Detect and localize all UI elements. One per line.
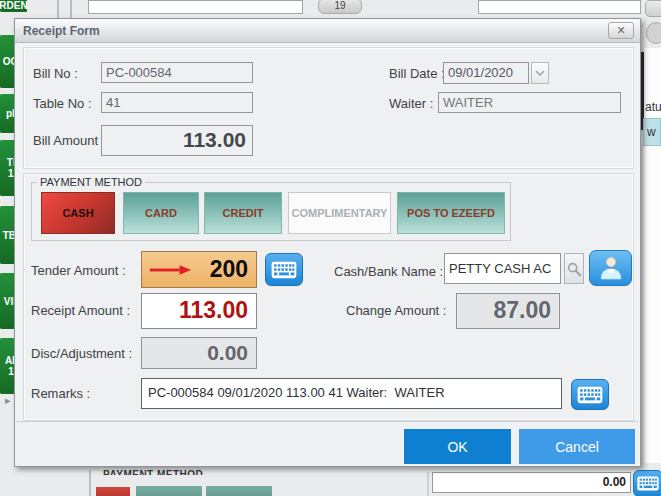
bg-text-field (88, 0, 303, 14)
bg-status-header: atu (645, 100, 661, 114)
ok-button[interactable]: OK (404, 429, 511, 464)
bill-date-label: Bill Date : (389, 66, 445, 81)
payment-pos-ezeefd-button[interactable]: POS TO EZEEFD (397, 192, 505, 234)
payment-method-group-label: PAYMENT METHOD (37, 176, 145, 188)
table-no-field: 41 (101, 92, 253, 113)
bg-amount-field: 0.00 (432, 472, 631, 493)
bg-status-cell: w (643, 118, 661, 146)
change-amount-field: 87.00 (456, 293, 560, 329)
receipt-form-dialog: Receipt Form ✕ Bill No : PC-000584 Bill … (14, 18, 641, 467)
scroll-arrow-icon: ▸ (5, 394, 11, 407)
bg-round-button (646, 22, 661, 44)
disc-adjustment-field: 0.00 (141, 337, 257, 369)
bg-divider-line (57, 0, 59, 18)
close-button[interactable]: ✕ (608, 22, 634, 39)
payment-credit-button[interactable]: CREDIT (204, 192, 282, 234)
tender-amount-label: Tender Amount : (31, 263, 126, 278)
bg-cash-button (96, 487, 130, 496)
bg-divider-line (427, 472, 429, 496)
dialog-titlebar[interactable]: Receipt Form ✕ (15, 19, 640, 43)
bg-credit-button (206, 486, 272, 496)
tender-amount-field[interactable]: 200 (141, 251, 257, 288)
bill-date-field: 09/01/2020 (443, 62, 529, 84)
bill-amount-field: 113.00 (101, 125, 253, 156)
person-icon[interactable] (589, 250, 632, 286)
bg-text-field (478, 0, 641, 14)
waiter-field: WAITER (438, 92, 621, 113)
tender-amount-value: 200 (192, 256, 256, 283)
keyboard-icon[interactable] (571, 379, 609, 410)
search-icon[interactable] (564, 253, 584, 284)
bill-no-label: Bill No : (33, 66, 78, 81)
arrow-right-icon (148, 264, 192, 276)
pos-app-screen: 19 RDEN OOF plit TB 12 TB 5 VIP- ABI 11 … (0, 0, 661, 496)
keyboard-icon[interactable] (265, 253, 303, 286)
bg-divider-line (70, 0, 72, 18)
cash-bank-name-field[interactable]: PETTY CASH AC (444, 253, 561, 284)
remarks-field[interactable]: PC-000584 09/01/2020 113.00 41 Waiter: W… (141, 378, 562, 409)
payment-complimentary-button: COMPLIMENTARY (288, 192, 391, 234)
cancel-button[interactable]: Cancel (519, 429, 635, 464)
dialog-title: Receipt Form (23, 24, 100, 38)
table-no-label: Table No : (33, 96, 92, 111)
bg-table-button: RDEN (0, 0, 28, 13)
change-amount-label: Change Amount : (346, 303, 446, 318)
bg-round-button (645, 0, 661, 17)
bill-no-field: PC-000584 (101, 62, 253, 83)
chevron-down-icon[interactable] (531, 62, 549, 84)
bg-count-button: 19 (318, 0, 362, 14)
receipt-amount-label: Receipt Amount : (31, 303, 130, 318)
waiter-label: Waiter : (389, 96, 433, 111)
bg-divider-line (89, 470, 91, 496)
receipt-amount-field[interactable]: 113.00 (141, 293, 257, 329)
payment-card-button[interactable]: CARD (123, 192, 199, 234)
bg-card-button (136, 486, 202, 496)
keyboard-icon (633, 470, 661, 496)
cash-bank-name-label: Cash/Bank Name : (334, 264, 443, 279)
remarks-label: Remarks : (31, 386, 90, 401)
bill-amount-label: Bill Amount : (33, 133, 105, 148)
bg-payment-method-label: PAYMENT METHOD (103, 470, 223, 475)
disc-adjustment-label: Disc/Adjustment : (31, 346, 132, 361)
payment-cash-button[interactable]: CASH (41, 192, 115, 234)
